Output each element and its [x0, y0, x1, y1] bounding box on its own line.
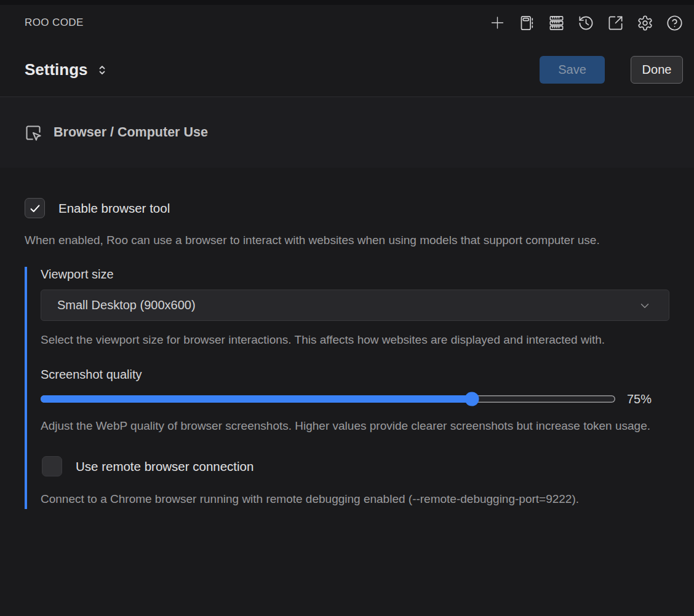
- enable-browser-tool-description: When enabled, Roo can use a browser to i…: [25, 230, 646, 250]
- screenshot-quality-label: Screenshot quality: [41, 367, 669, 382]
- screenshot-quality-slider[interactable]: [41, 395, 615, 403]
- viewport-size-description: Select the viewport size for browser int…: [41, 330, 665, 350]
- screenshot-quality-value: 75%: [627, 392, 652, 406]
- window-top-edge: [0, 0, 694, 5]
- page-title: Settings: [25, 60, 88, 79]
- open-in-editor-external-link-icon[interactable]: [607, 15, 624, 31]
- toolbar: [489, 15, 683, 31]
- browser-options-subsection: Viewport size Small Desktop (900x600) Se…: [25, 267, 669, 509]
- slider-thumb[interactable]: [465, 392, 479, 406]
- section-title: Browser / Computer Use: [54, 125, 208, 140]
- mcp-servers-icon[interactable]: [548, 15, 565, 31]
- slider-fill: [41, 395, 472, 403]
- enable-browser-tool-label: Enable browser tool: [58, 201, 170, 216]
- save-button[interactable]: Save: [540, 56, 605, 84]
- section-header: Browser / Computer Use: [0, 97, 694, 168]
- remote-browser-label: Use remote browser connection: [76, 459, 253, 474]
- done-button[interactable]: Done: [631, 56, 683, 84]
- viewport-size-label: Viewport size: [41, 267, 669, 282]
- screenshot-quality-slider-row: 75%: [41, 392, 669, 406]
- settings-gear-icon[interactable]: [637, 15, 653, 31]
- history-clock-icon[interactable]: [578, 15, 594, 31]
- viewport-size-value: Small Desktop (900x600): [57, 298, 196, 312]
- enable-browser-tool-row: Enable browser tool: [25, 198, 669, 218]
- checkmark-icon: [28, 202, 42, 215]
- square-mouse-pointer-icon: [25, 124, 42, 141]
- remote-browser-description: Connect to a Chrome browser running with…: [41, 489, 619, 509]
- prompts-notepad-icon[interactable]: [519, 15, 535, 31]
- help-question-circle-icon[interactable]: [666, 15, 683, 31]
- app-title: ROO CODE: [25, 17, 84, 29]
- section-unfold-chevrons-icon[interactable]: [97, 63, 108, 77]
- header: ROO CODE Se: [0, 12, 694, 84]
- new-task-icon[interactable]: [489, 15, 506, 31]
- remote-browser-checkbox[interactable]: [42, 456, 62, 476]
- viewport-size-select[interactable]: Small Desktop (900x600): [41, 290, 669, 321]
- remote-browser-row: Use remote browser connection: [41, 456, 669, 476]
- settings-content: Enable browser tool When enabled, Roo ca…: [0, 198, 694, 509]
- enable-browser-tool-checkbox[interactable]: [25, 198, 45, 218]
- chevron-down-icon: [638, 299, 652, 312]
- screenshot-quality-description: Adjust the WebP quality of browser scree…: [41, 416, 668, 436]
